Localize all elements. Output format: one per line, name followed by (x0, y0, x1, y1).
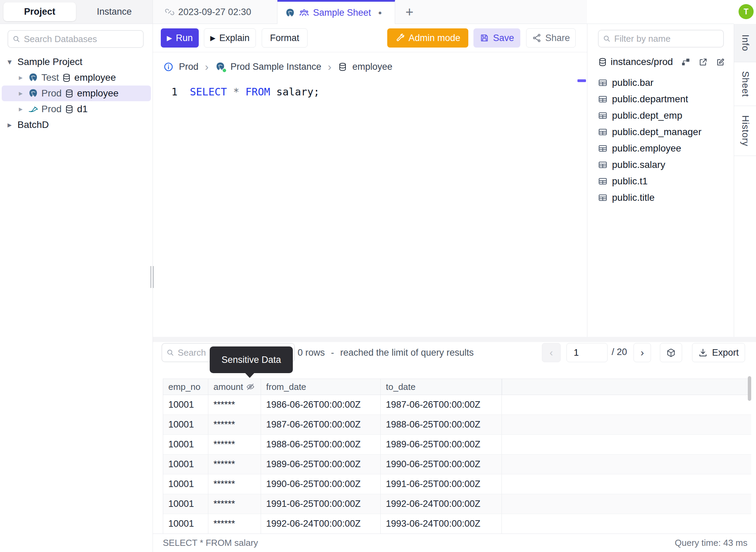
schema-diagram-icon[interactable] (681, 57, 690, 67)
postgresql-icon (28, 73, 38, 83)
sidebar-resize-handle[interactable] (151, 266, 156, 288)
cell-to-date: 1987-06-26T00:00:00Z (381, 395, 502, 415)
save-button[interactable]: Save (473, 28, 520, 48)
connection-breadcrumb: Prod › Prod Sample Instance › employee (153, 52, 587, 81)
page-total: / 20 (612, 347, 627, 357)
tree-project-batchd[interactable]: ▸ BatchD (0, 117, 153, 133)
cell-emp-no: 10001 (163, 455, 208, 474)
column-header-from-date[interactable]: from_date (261, 379, 381, 395)
new-tab-button[interactable]: + (401, 0, 418, 24)
cell-emp-no: 10001 (163, 474, 208, 494)
table-row[interactable]: 10001 ****** 1991-06-25T00:00:00Z 1992-0… (163, 494, 751, 514)
schema-panel: instances/prod public.bar public.departm… (587, 24, 734, 337)
export-button[interactable]: Export (692, 343, 745, 362)
format-button[interactable]: Format (262, 28, 308, 48)
share-icon (532, 33, 542, 43)
export-label: Export (712, 347, 739, 358)
results-table-header: emp_no amount from_date to_date (163, 379, 751, 395)
chevron-right-icon: › (326, 61, 333, 73)
page-number-input[interactable] (566, 343, 608, 362)
database-name: employee (74, 72, 116, 83)
results-table: emp_no amount from_date to_date 10001 **… (163, 379, 751, 534)
table-row[interactable]: 10001 ****** 1989-06-25T00:00:00Z 1990-0… (163, 455, 751, 474)
explain-button[interactable]: ▶ Explain (204, 28, 256, 48)
column-label: emp_no (168, 382, 200, 392)
prev-page-button[interactable]: ‹ (542, 343, 561, 362)
cube-icon (666, 348, 676, 358)
line-number: 1 (153, 86, 178, 98)
tab-sheet[interactable]: Sheet (734, 62, 756, 106)
cell-emp-no: 10001 (163, 514, 208, 534)
table-name: public.department (612, 94, 688, 105)
column-header-emp-no[interactable]: emp_no (163, 379, 208, 395)
query-time: Query time: 43 ms (675, 538, 747, 548)
column-header-amount[interactable]: amount (208, 379, 261, 395)
cell-filler (502, 435, 751, 454)
breadcrumb-instance[interactable]: Prod Sample Instance (231, 62, 322, 72)
tab-history[interactable]: History (734, 106, 756, 156)
column-header-to-date[interactable]: to_date (381, 379, 502, 395)
cell-filler (502, 474, 751, 494)
left-sidebar: Project Instance ▾ Sample Project ▸ Test… (0, 0, 153, 552)
table-row[interactable]: 10001 ****** 1987-06-26T00:00:00Z 1988-0… (163, 415, 751, 435)
breadcrumb-environment[interactable]: Prod (179, 62, 198, 72)
table-row[interactable]: 10001 ****** 1988-06-25T00:00:00Z 1989-0… (163, 435, 751, 455)
table-list-item[interactable]: public.title (587, 189, 734, 206)
tab-info[interactable]: Info (734, 24, 756, 62)
admin-mode-button[interactable]: Admin mode (387, 28, 468, 48)
table-name: public.dept_emp (612, 110, 682, 121)
tree-db-prod-employee[interactable]: ▸ Prod employee (2, 86, 151, 101)
tab-project[interactable]: Project (3, 2, 76, 21)
breadcrumb-database[interactable]: employee (352, 62, 392, 72)
panel-divider (153, 337, 756, 342)
tooltip-label: Sensitive Data (221, 355, 281, 365)
tree-project-sample[interactable]: ▾ Sample Project (0, 54, 153, 70)
cell-from-date: 1987-06-26T00:00:00Z (261, 415, 381, 434)
tab-sample-sheet[interactable]: Sample Sheet ● (277, 0, 395, 24)
download-icon (698, 348, 708, 357)
table-icon (598, 176, 608, 186)
caret-right-icon: ▸ (8, 120, 14, 130)
eye-off-icon[interactable] (246, 382, 255, 391)
avatar[interactable]: T (739, 4, 754, 19)
filter-by-name-input[interactable] (614, 34, 719, 44)
cell-amount-masked: ****** (208, 474, 261, 494)
info-icon[interactable] (163, 62, 174, 72)
table-list-item[interactable]: public.employee (587, 140, 734, 157)
sql-editor[interactable]: 1 SELECT * FROM salary; (153, 81, 587, 337)
tab-label: Sample Sheet (313, 8, 371, 18)
search-databases-input[interactable] (24, 34, 139, 44)
table-list-item[interactable]: public.department (587, 91, 734, 107)
sensitive-data-tooltip: Sensitive Data (210, 346, 293, 373)
vertical-scrollbar-thumb[interactable] (748, 376, 751, 401)
run-button[interactable]: ▶ Run (161, 28, 199, 48)
table-row[interactable]: 10001 ****** 1990-06-25T00:00:00Z 1991-0… (163, 474, 751, 494)
save-label: Save (493, 33, 514, 43)
explain-label: Explain (219, 33, 250, 43)
tree-db-test-employee[interactable]: ▸ Test employee (2, 70, 151, 86)
table-list-item[interactable]: public.salary (587, 157, 734, 173)
share-button[interactable]: Share (526, 28, 576, 48)
rows-count: 0 rows (298, 347, 325, 358)
tab-unsaved-sheet[interactable]: 2023-09-27 02:30 (157, 0, 277, 24)
table-list-item[interactable]: public.dept_emp (587, 107, 734, 124)
sidebar-tab-switcher: Project Instance (0, 0, 153, 24)
table-row[interactable]: 10001 ****** 1986-06-26T00:00:00Z 1987-0… (163, 395, 751, 415)
table-list-item[interactable]: public.bar (587, 75, 734, 91)
table-row[interactable]: 10001 ****** 1992-06-24T00:00:00Z 1993-0… (163, 514, 751, 534)
table-filter-box (598, 30, 724, 48)
next-page-button[interactable]: › (634, 343, 651, 362)
tab-label: 2023-09-27 02:30 (178, 7, 251, 17)
table-list-item[interactable]: public.t1 (587, 173, 734, 189)
table-name: public.employee (612, 143, 681, 154)
table-name: public.title (612, 192, 655, 203)
tab-instance[interactable]: Instance (76, 0, 153, 24)
save-icon (480, 33, 489, 43)
result-view-cube-button[interactable] (660, 343, 682, 362)
share-label: Share (545, 33, 570, 43)
edit-sheet-icon[interactable] (716, 57, 725, 67)
external-link-icon[interactable] (699, 57, 708, 67)
code-line: 1 SELECT * FROM salary; (153, 86, 320, 98)
tree-db-prod-d1[interactable]: ▸ Prod d1 (2, 101, 151, 117)
table-list-item[interactable]: public.dept_manager (587, 124, 734, 140)
